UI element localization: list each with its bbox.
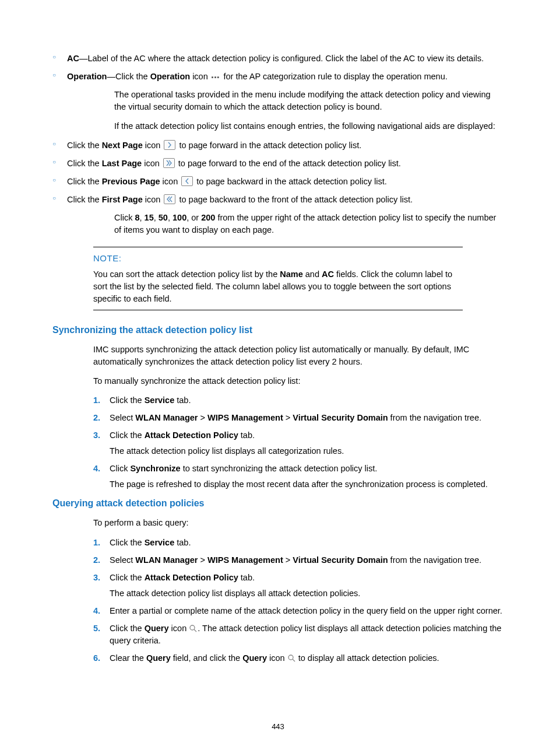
nav-mid: icon [143,141,163,150]
nav-pre: Click the [67,177,102,186]
nav-mid: icon [142,159,162,168]
step-text: Select [110,555,135,565]
step-text: > [283,555,293,565]
nav-aids-intro-paragraph: If the attack detection policy list cont… [114,120,504,132]
query-intro: To perform a basic query: [93,517,504,529]
step-bold: Virtual Security Domain [293,413,388,422]
step-bold: Attack Detection Policy [145,430,238,440]
nav-bullet: Click the Previous Page icon to page bac… [52,176,504,188]
sync-intro-1: IMC supports synchronizing the attack de… [93,344,504,368]
step-text: Clear the [110,653,146,663]
operation-menu-icon: ▪▪▪ [210,73,221,82]
nav-after: to page forward to the end of the attack… [176,159,401,168]
query-steps-list: 1.Click the Service tab.2.Select WLAN Ma… [93,537,504,664]
step-text: icon [169,624,189,633]
field-description-list: AC—Label of the AC where the attack dete… [52,52,504,83]
step-bold: Service [145,396,175,405]
step-bold: WIPS Management [207,413,283,422]
step-body: Clear the Query field, and click the Que… [110,653,439,663]
step-text: tab. [174,396,191,405]
first-page-icon [164,194,175,204]
next-page-icon [164,140,175,150]
note-title: NOTE: [93,252,463,265]
svg-point-2 [288,655,293,660]
note-b1: Name [280,270,303,279]
step-item: 1.Click the Service tab. [93,394,504,407]
step-text: tab. [238,573,255,582]
step-body: Select WLAN Manager > WIPS Management > … [110,555,481,565]
step-item: 3.Click the Attack Detection Policy tab.… [93,572,504,600]
nav-bold: Next Page [102,141,143,150]
note-block: NOTE: You can sort the attack detection … [93,247,463,310]
synchronizing-heading: Synchronizing the attack detection polic… [52,323,504,337]
step-item: 3.Click the Attack Detection Policy tab.… [93,429,504,457]
step-sub: The attack detection policy list display… [110,587,504,600]
page-size-paragraph: Click 8, 15, 50, 100, or 200 from the up… [114,212,504,236]
note-body: You can sort the attack detection policy… [93,268,463,305]
step-sub: The page is refreshed to display the mos… [110,478,504,491]
operational-tasks-paragraph: The operational tasks provided in the me… [114,89,504,113]
step-body: Select WLAN Manager > WIPS Management > … [110,413,481,422]
step-bold: WLAN Manager [135,555,198,565]
op-b1: Operation [150,72,190,81]
nav-bullet: Click the First Page icon to page backwa… [52,194,504,206]
nav-bullet: Click the Next Page icon to page forward… [52,139,504,152]
step-text: Click the [110,430,145,440]
page-number: 443 [0,722,556,733]
step-bold: Query [146,653,171,663]
nav-bold: First Page [102,195,143,204]
step-text: tab. [238,430,255,440]
sync-steps-list: 1.Click the Service tab.2.Select WLAN Ma… [93,394,504,491]
step-text: > [283,413,293,422]
step-number: 6. [93,652,100,664]
prev-page-icon [181,176,193,186]
step-item: 2.Select WLAN Manager > WIPS Management … [93,554,504,566]
nav-after: to page forward in the attack detection … [177,141,361,150]
step-number: 4. [93,463,100,475]
last-page-icon [163,158,175,168]
step-bold: Virtual Security Domain [293,555,388,565]
nav-mid: icon [160,177,181,186]
nav-after: to page backward to the front of the att… [177,195,413,204]
step-text: field, and click the [171,653,242,663]
page-size-option: 100 [173,213,186,222]
nav-bold: Previous Page [102,177,160,186]
nav-after: to page backward in the attack detection… [194,177,386,186]
step-body: Click the Service tab. [110,538,191,547]
step-number: 1. [93,394,100,407]
step-bold: WIPS Management [207,555,283,565]
step-number: 2. [93,554,100,566]
note-b2: AC [322,270,334,279]
page-size-option: 200 [201,213,215,222]
nav-bullet: Click the Last Page icon to page forward… [52,158,504,170]
step-text: to start synchronizing the attack detect… [181,464,378,473]
step-sub: The attack detection policy list display… [110,445,504,457]
bullet-operation: Operation—Click the Operation icon ▪▪▪ f… [52,71,504,83]
step-text: > [198,413,208,422]
step-bold: Attack Detection Policy [145,573,238,582]
step-number: 1. [93,537,100,549]
nav-mid: icon [143,195,163,204]
page-size-option: 8 [135,213,139,222]
step-text: from the navigation tree. [388,555,481,565]
nav-pre: Click the [67,159,102,168]
step-bold: Query [242,653,267,663]
step-number: 3. [93,429,100,442]
step-text: Enter a partial or complete name of the … [110,606,502,615]
step-bold: Query [145,624,169,633]
svg-point-0 [190,625,195,630]
page-size-option: 15 [145,213,154,222]
step-body: Click the Service tab. [110,396,191,405]
p3-after: from the upper right of the attack detec… [114,213,496,235]
step-text: from the navigation tree. [388,413,481,422]
svg-line-1 [194,629,196,632]
query-search-icon [189,624,198,633]
step-item: 2.Select WLAN Manager > WIPS Management … [93,412,504,424]
operation-label: Operation [67,72,107,81]
step-text: Click [110,464,130,473]
sync-intro-2: To manually synchronize the attack detec… [93,375,504,387]
step-number: 4. [93,605,100,617]
step-item: 1.Click the Service tab. [93,537,504,549]
step-item: 4.Enter a partial or complete name of th… [93,605,504,617]
nav-bold: Last Page [102,159,142,168]
